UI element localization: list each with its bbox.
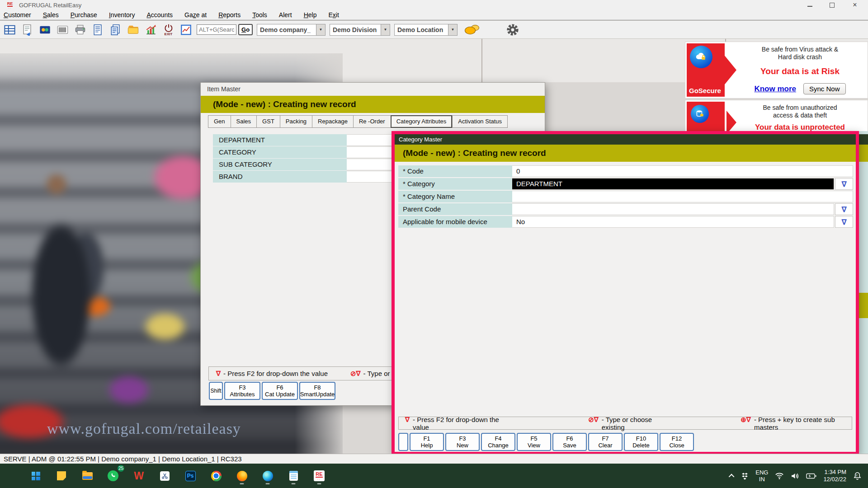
app-title: GOFRUGAL RetailEasy: [19, 2, 81, 9]
category-master-buttons: F1Help F3New F4Change F5View F6Save F7Cl…: [398, 433, 694, 451]
tab-packing[interactable]: Packing: [280, 115, 312, 128]
sync-now-button[interactable]: Sync Now: [803, 83, 846, 94]
category-master-window: Category Master (Mode - new) : Creating …: [392, 131, 859, 455]
f1-help-button[interactable]: F1Help: [410, 433, 444, 451]
menu-gaze-at[interactable]: Gaze at: [184, 11, 207, 19]
mobile-device-dropdown-button[interactable]: ∇: [835, 216, 853, 228]
printer-icon[interactable]: [73, 22, 87, 38]
dropbox-icon[interactable]: [741, 472, 749, 480]
menu-customer[interactable]: Customer: [4, 11, 31, 19]
menu-tools[interactable]: Tools: [252, 11, 267, 19]
chrome-icon[interactable]: [208, 467, 225, 485]
go-button[interactable]: Go: [238, 24, 253, 35]
menu-inventory[interactable]: Inventory: [109, 11, 135, 19]
page-copy-icon[interactable]: [108, 22, 123, 38]
field-row-mobile-device: Applicable for mobile device No ∇: [395, 216, 856, 228]
f8-smart-update-button[interactable]: F8SmartUpdate: [299, 382, 335, 400]
mobile-device-input[interactable]: No: [512, 216, 834, 228]
f3-attributes-button[interactable]: F3Attributes: [224, 382, 260, 400]
dropdown-hint-icon: ∇: [216, 370, 221, 378]
gear-icon[interactable]: [505, 22, 519, 38]
parent-code-dropdown-button[interactable]: ∇: [835, 203, 853, 215]
category-master-title[interactable]: Category Master: [395, 134, 856, 145]
cloud-lock-icon: [690, 46, 712, 68]
menu-reports[interactable]: Reports: [218, 11, 241, 19]
tab-repackage[interactable]: Repackage: [312, 115, 353, 128]
start-button[interactable]: [27, 467, 44, 485]
tab-activation-status[interactable]: Activation Status: [452, 115, 508, 128]
menu-alert[interactable]: Alert: [279, 11, 292, 19]
f12-close-button[interactable]: F12Close: [660, 433, 694, 451]
item-master-tabs: Gen Sales GST Packing Repackage Re -Orde…: [208, 115, 508, 128]
shift-button[interactable]: Shift: [209, 382, 223, 400]
table-icon[interactable]: [3, 22, 17, 38]
notification-bell-icon[interactable]: z: [853, 472, 862, 480]
volume-icon[interactable]: [791, 472, 799, 480]
menu-purchase[interactable]: Purchase: [71, 11, 97, 19]
export-page-icon[interactable]: [20, 22, 34, 38]
chat-icon[interactable]: [465, 24, 480, 36]
location-dropdown[interactable]: Demo Location ▼: [394, 24, 458, 36]
parent-code-input[interactable]: [512, 203, 834, 215]
menu-exit[interactable]: Exit: [328, 11, 339, 19]
f5-view-button[interactable]: F5View: [517, 433, 551, 451]
code-input[interactable]: 0: [512, 165, 853, 177]
taskbar: 25 W Ps RE.. ENG IN 1:34 PM 12/02/22 z: [0, 464, 868, 488]
tab-gst[interactable]: GST: [256, 115, 280, 128]
menu-accounts[interactable]: Accounts: [146, 11, 173, 19]
division-dropdown[interactable]: Demo Division ▼: [330, 24, 390, 36]
global-search-input[interactable]: [197, 24, 236, 35]
folder-icon[interactable]: [126, 22, 140, 38]
gallery-icon[interactable]: [38, 22, 52, 38]
file-explorer-icon[interactable]: [79, 467, 96, 485]
firefox-icon[interactable]: [233, 467, 250, 485]
f4-change-button[interactable]: F4Change: [481, 433, 515, 451]
tab-gen[interactable]: Gen: [208, 115, 231, 128]
power-exit-icon[interactable]: EXIT: [161, 22, 175, 38]
taskbar-clock[interactable]: 1:34 PM 12/02/22: [823, 469, 846, 483]
f10-delete-button[interactable]: F10Delete: [624, 433, 658, 451]
f6-cat-update-button[interactable]: F6Cat Update: [262, 382, 298, 400]
blank-button[interactable]: [398, 433, 408, 451]
gosecure-brand: GoSecure: [689, 87, 721, 94]
barcode-icon[interactable]: [56, 22, 70, 38]
maximize-button[interactable]: [830, 3, 835, 8]
know-more-link[interactable]: Know more: [754, 84, 796, 94]
item-master-title[interactable]: Item Master: [201, 83, 545, 96]
photoshop-icon[interactable]: Ps: [182, 467, 199, 485]
tab-sales[interactable]: Sales: [231, 115, 257, 128]
invoice-icon[interactable]: [91, 22, 105, 38]
whatsapp-icon[interactable]: 25: [104, 467, 122, 485]
sticky-notes-icon[interactable]: [53, 467, 70, 485]
language-indicator[interactable]: ENG IN: [755, 469, 768, 483]
tab-re-order[interactable]: Re -Order: [353, 115, 391, 128]
gosecure-backup-card: GoSecure Be safe from Virus attack & Har…: [685, 42, 868, 99]
minimize-button[interactable]: [807, 3, 812, 7]
chevron-down-icon[interactable]: ▼: [381, 24, 390, 35]
wps-office-icon[interactable]: W: [130, 467, 147, 485]
toolbar: EXIT Go Demo company_ ▼ Demo Division ▼ …: [0, 21, 868, 39]
chevron-down-icon[interactable]: ▼: [316, 24, 325, 35]
tab-category-attributes[interactable]: Category Attributes: [391, 115, 453, 128]
snipping-tool-icon[interactable]: [156, 467, 173, 485]
edge-icon[interactable]: [259, 467, 276, 485]
f7-clear-button[interactable]: F7Clear: [588, 433, 623, 451]
category-input-selected[interactable]: DEPARTMENT: [512, 178, 834, 190]
chevron-down-icon[interactable]: ▼: [448, 24, 457, 35]
wifi-icon[interactable]: [775, 472, 784, 480]
menu-help[interactable]: Help: [304, 11, 317, 19]
close-button[interactable]: ×: [852, 2, 858, 8]
notepad-icon[interactable]: [285, 467, 302, 485]
field-label: BRAND: [213, 171, 347, 183]
tray-expand-icon[interactable]: [729, 474, 735, 479]
company-dropdown[interactable]: Demo company_ ▼: [257, 24, 326, 36]
retaileasy-taskbar-icon[interactable]: RE..: [311, 467, 328, 485]
f6-save-button[interactable]: F6Save: [552, 433, 587, 451]
report-chart-icon[interactable]: [179, 22, 193, 38]
chart-icon[interactable]: [144, 22, 158, 38]
category-name-input[interactable]: [512, 191, 853, 202]
menu-sales[interactable]: Sales: [43, 11, 59, 19]
f3-new-button[interactable]: F3New: [445, 433, 480, 451]
battery-icon[interactable]: [806, 473, 816, 479]
category-dropdown-button[interactable]: ∇: [835, 178, 853, 190]
